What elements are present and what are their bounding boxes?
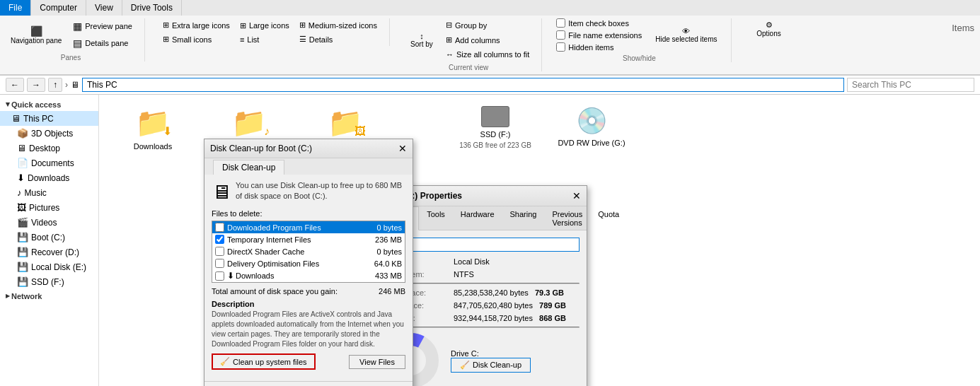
sidebar-item-desktop[interactable]: 🖥 Desktop [0,141,98,156]
sidebar-item-downloads[interactable]: ⬇ Downloads [0,170,98,185]
sidebar-item-recover[interactable]: 💾 Recover (D:) [0,245,98,259]
navigation-pane-btn[interactable]: ⬛ Navigation pane [6,23,67,47]
diskclean-desc: You can use Disk Clean-up to free up to … [236,180,405,202]
item-checkboxes-input[interactable] [556,18,565,28]
details-icon: ▤ [73,37,82,49]
extra-large-icons-btn[interactable]: ⊞ Extra large icons [159,18,234,32]
tab-view[interactable]: View [86,0,122,16]
view-files-btn[interactable]: View Files [349,355,405,369]
tab-sharing[interactable]: Sharing [502,206,545,230]
file-row-4[interactable]: ⬇ Downloads 433 MB [212,269,405,282]
navigation-pane-label: Navigation pane [11,37,62,45]
sidebar-item-boot[interactable]: 💾 Boot (C:) [0,230,98,245]
ssd-sublabel: 136 GB free of 223 GB [459,141,531,149]
file-name-ext-input[interactable] [556,30,565,40]
filesystem-value: NTFS [454,270,580,279]
diskclean-close-btn[interactable]: ✕ [398,143,407,154]
list-btn[interactable]: ≡ List [236,33,293,46]
up-btn[interactable]: ↑ [48,78,62,92]
file-row-1[interactable]: Temporary Internet Files 236 MB [212,233,405,245]
file-row-2[interactable]: DirectX Shader Cache 0 bytes [212,245,405,257]
file-cb-0[interactable] [215,223,224,232]
small-label: Small icons [172,35,212,44]
medium-icon: ⊞ [299,21,306,30]
drive-item-dvd[interactable]: 💿 DVD RW Drive (G:) [549,106,634,151]
desktop-label: Desktop [29,144,60,153]
forward-btn[interactable]: → [27,78,45,92]
medium-icons-btn[interactable]: ⊞ Medium-sized icons [296,18,381,32]
downloads-icon: ⬇ [17,172,25,183]
tab-quota[interactable]: Quota [590,206,627,230]
size-all-label: Size all columns to fit [456,50,529,59]
capacity-value: 932,944,158,720 bytes 868 GB [454,314,580,322]
sort-by-btn[interactable]: ↕ Sort by [404,30,439,50]
sidebar: ▾ Quick access 🖥 This PC 📦 3D Objects 🖥 … [0,95,99,386]
file-size-1: 236 MB [359,235,402,244]
file-name-3: Delivery Optimisation Files [227,259,359,268]
small-icon: ⊞ [163,35,169,44]
cleanup-system-files-btn[interactable]: 🧹 Clean up system files [212,353,316,370]
sidebar-item-ssd[interactable]: 💾 SSD (F:) [0,274,98,289]
file-name-ext-cb[interactable]: File name extensions [556,30,642,40]
sidebar-item-videos[interactable]: 🎬 Videos [0,215,98,230]
file-cb-1[interactable] [215,235,224,244]
group-by-btn[interactable]: ⊟ Group by [442,18,533,32]
pictures-folder-icon: 📁🖼 [328,106,363,139]
tab-drive-tools[interactable]: Drive Tools [122,0,182,16]
file-cb-2[interactable] [215,247,224,256]
item-checkboxes-cb[interactable]: Item check boxes [556,18,642,28]
file-name-ext-label: File name extensions [568,31,642,40]
file-row-3[interactable]: Delivery Optimisation Files 64.0 KB [212,257,405,269]
tab-computer[interactable]: Computer [31,0,86,16]
hidden-items-input[interactable] [556,42,565,52]
tab-hardware[interactable]: Hardware [453,206,502,230]
hide-selected-label: Hide selected items [655,35,717,43]
size-all-btn[interactable]: ↔ Size all columns to fit [442,48,533,61]
3d-objects-icon: 📦 [17,128,28,139]
group-by-label: Group by [455,21,487,30]
main-area: ▾ Quick access 🖥 This PC 📦 3D Objects 🖥 … [0,95,980,386]
pictures-label: Pictures [29,203,59,213]
address-input[interactable]: This PC [82,78,844,92]
files-scroll[interactable]: Downloaded Program Files 0 bytes Tempora… [212,221,405,282]
sidebar-item-3d-objects[interactable]: 📦 3D Objects [0,126,98,141]
local-disk-label: Local Disk (E:) [31,262,86,272]
options-btn[interactable]: ⚙ Options [751,18,787,40]
diskclean-tab[interactable]: Disk Clean-up [213,160,284,175]
downloads-folder-icon: 📁⬇ [135,106,171,139]
drive-item-downloads[interactable]: 📁⬇ Downloads [110,106,195,151]
file-row-0[interactable]: Downloaded Program Files 0 bytes [212,221,405,233]
quick-access-section[interactable]: ▾ Quick access [0,98,98,111]
tab-tools[interactable]: Tools [419,206,453,230]
details-pane-btn[interactable]: ▤ Details pane [69,35,136,51]
drive-item-ssd[interactable]: SSD (F:) 136 GB free of 223 GB [453,106,538,151]
downloads-label: Downloads [28,173,69,183]
this-pc-icon: 🖥 [71,80,79,90]
tab-previous-versions[interactable]: Previous Versions [544,206,590,230]
hidden-items-cb[interactable]: Hidden items [556,42,642,52]
sidebar-item-local-disk[interactable]: 💾 Local Disk (E:) [0,259,98,274]
hide-selected-btn[interactable]: 👁 Hide selected items [650,25,722,45]
sort-icon: ↕ [420,32,424,40]
file-cb-4[interactable] [215,271,224,281]
ribbon: File Computer View Drive Tools ⬛ Navigat… [0,0,980,76]
diskcleanup-btn[interactable]: 🧹 Disk Clean-up [451,358,531,373]
search-input[interactable] [847,78,974,92]
large-icons-btn[interactable]: ⊞ Large icons [236,19,293,33]
add-columns-btn[interactable]: ⊞ Add columns [442,33,533,47]
sidebar-item-this-pc[interactable]: 🖥 This PC [0,111,98,126]
hide-icon: 👁 [682,27,690,35]
file-cb-3[interactable] [215,259,224,268]
sidebar-item-documents[interactable]: 📄 Documents [0,156,98,170]
small-icons-btn[interactable]: ⊞ Small icons [159,33,234,46]
sidebar-item-pictures[interactable]: 🖼 Pictures [0,200,98,215]
tab-file[interactable]: File [0,0,31,16]
back-btn[interactable]: ← [6,78,24,92]
details-btn[interactable]: ☰ Details [296,33,381,46]
preview-pane-btn[interactable]: ▦ Preview pane [69,18,136,34]
recover-icon: 💾 [17,247,28,257]
ssd-icon: 💾 [17,276,28,287]
sidebar-item-music[interactable]: ♪ Music [0,185,98,200]
network-section[interactable]: ▸ Network [0,289,98,303]
properties-close-btn[interactable]: ✕ [572,190,581,201]
